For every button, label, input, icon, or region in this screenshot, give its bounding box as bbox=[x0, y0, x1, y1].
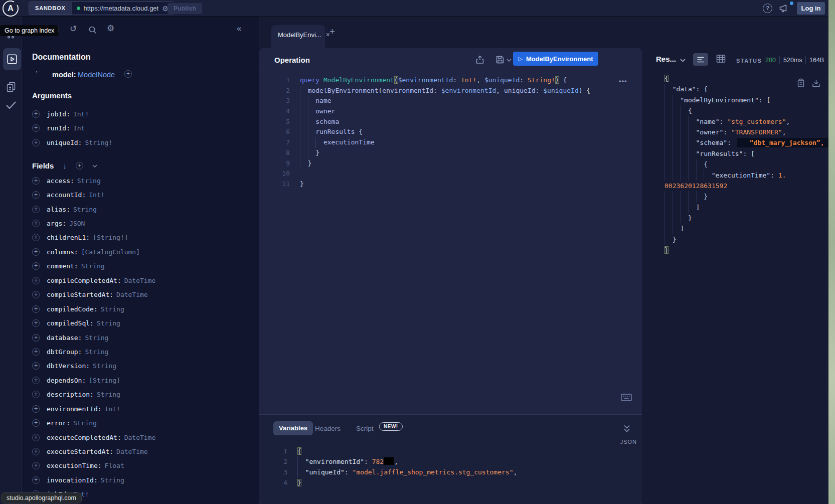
add-field-icon[interactable]: + bbox=[124, 70, 132, 78]
add-to-operation-icon[interactable]: + bbox=[32, 448, 40, 455]
operation-editor[interactable]: 1query ModelByEnvironment($environmentId… bbox=[300, 75, 590, 190]
add-to-operation-icon[interactable]: + bbox=[32, 124, 40, 132]
keyboard-shortcuts-icon[interactable] bbox=[621, 394, 632, 401]
code-line[interactable]: 2modelByEnvironment(environmentId: $envi… bbox=[300, 86, 590, 96]
response-dropdown-chevron-icon[interactable] bbox=[680, 59, 686, 62]
field-type[interactable]: String bbox=[97, 319, 120, 327]
field-type[interactable]: String bbox=[97, 391, 120, 398]
back-arrow-icon[interactable]: ← bbox=[34, 66, 43, 76]
field-type[interactable]: DateTime bbox=[116, 448, 148, 455]
add-to-operation-icon[interactable]: + bbox=[32, 476, 40, 484]
doc-field-row[interactable]: +error:String bbox=[32, 416, 155, 430]
variables-editor[interactable]: 1{2"environmentId": 782,3"uniqueId": "mo… bbox=[297, 446, 517, 488]
add-to-operation-icon[interactable]: + bbox=[32, 110, 40, 118]
code-line[interactable]: 6runResults { bbox=[300, 127, 590, 137]
field-type[interactable]: Int bbox=[73, 124, 85, 132]
field-type[interactable]: String bbox=[77, 177, 101, 185]
code-line[interactable]: 5schema bbox=[300, 117, 590, 127]
field-type[interactable]: DateTime bbox=[124, 277, 156, 284]
add-to-operation-icon[interactable]: + bbox=[32, 291, 40, 298]
field-type[interactable]: String bbox=[93, 362, 116, 370]
code-line[interactable]: 1{ bbox=[297, 446, 517, 456]
code-line[interactable]: 7executionTime bbox=[300, 137, 590, 148]
add-to-operation-icon[interactable]: + bbox=[32, 334, 40, 342]
add-to-operation-icon[interactable]: + bbox=[32, 462, 40, 469]
add-to-operation-icon[interactable]: + bbox=[32, 262, 40, 270]
field-type[interactable]: [String!] bbox=[93, 234, 128, 241]
doc-field-row[interactable]: +compileStartedAt:DateTime bbox=[32, 288, 155, 302]
doc-field-row[interactable]: +columns:[CatalogColumn] bbox=[32, 245, 155, 259]
doc-field-row[interactable]: +description:String bbox=[32, 388, 155, 402]
add-to-operation-icon[interactable]: + bbox=[32, 248, 40, 256]
doc-field-row[interactable]: +dependsOn:[String] bbox=[32, 373, 155, 387]
explorer-nav-item[interactable] bbox=[3, 48, 21, 70]
code-line[interactable]: 2"environmentId": 782, bbox=[297, 456, 517, 467]
add-to-operation-icon[interactable]: + bbox=[32, 348, 40, 356]
tab-headers[interactable]: Headers bbox=[315, 425, 341, 432]
field-type[interactable]: String bbox=[85, 348, 108, 356]
field-type[interactable]: [CatalogColumn] bbox=[81, 248, 140, 256]
doc-field-row[interactable]: +compiledCode:String bbox=[32, 302, 155, 316]
collapse-variables-icon[interactable] bbox=[623, 424, 631, 433]
new-tab-button[interactable]: + bbox=[329, 26, 335, 37]
add-to-operation-icon[interactable]: + bbox=[32, 391, 40, 398]
field-type[interactable]: [String] bbox=[89, 377, 120, 384]
add-to-operation-icon[interactable]: + bbox=[32, 206, 40, 213]
code-line[interactable]: 3"uniqueId": "model.jaffle_shop_metrics.… bbox=[297, 467, 517, 477]
doc-field-type-link[interactable]: ModelNode bbox=[78, 71, 115, 79]
table-view-toggle[interactable] bbox=[716, 54, 726, 63]
code-line[interactable]: 3name bbox=[300, 96, 590, 106]
tab-close-icon[interactable]: × bbox=[326, 31, 330, 39]
doc-field-row[interactable]: +executeStartedAt:DateTime bbox=[32, 444, 155, 458]
add-to-operation-icon[interactable]: + bbox=[32, 377, 40, 384]
apollo-logo[interactable]: A bbox=[3, 1, 19, 17]
checks-nav-item[interactable] bbox=[5, 99, 18, 111]
login-button[interactable]: Log in bbox=[797, 2, 825, 15]
field-type[interactable]: String bbox=[73, 419, 97, 427]
add-to-operation-icon[interactable]: + bbox=[32, 139, 40, 146]
field-type[interactable]: DateTime bbox=[124, 434, 156, 441]
field-type[interactable]: String bbox=[85, 334, 108, 342]
field-type[interactable]: String bbox=[73, 206, 97, 213]
add-to-operation-icon[interactable]: + bbox=[32, 177, 40, 185]
field-type[interactable]: Int! bbox=[73, 110, 89, 118]
field-type[interactable]: String bbox=[101, 476, 124, 484]
doc-field-row[interactable]: +database:String bbox=[32, 330, 155, 345]
add-to-operation-icon[interactable]: + bbox=[32, 220, 40, 227]
add-to-operation-icon[interactable]: + bbox=[32, 362, 40, 370]
field-type[interactable]: DateTime bbox=[116, 291, 148, 298]
settings-gear-icon[interactable]: ⚙ bbox=[107, 23, 114, 34]
field-type[interactable]: Int! bbox=[89, 191, 104, 199]
code-line[interactable]: 9} bbox=[300, 158, 590, 169]
save-operation-icon[interactable] bbox=[495, 55, 505, 64]
schema-nav-item[interactable] bbox=[6, 81, 17, 93]
tab-variables[interactable]: Variables bbox=[273, 421, 313, 435]
code-line[interactable]: 8} bbox=[300, 148, 590, 158]
doc-field-row[interactable]: +alias:String bbox=[32, 202, 155, 216]
code-line[interactable]: 1query ModelByEnvironment($environmentId… bbox=[300, 75, 590, 86]
code-line[interactable]: 4owner bbox=[300, 106, 590, 117]
doc-field-row[interactable]: +environmentId:Int! bbox=[32, 402, 155, 416]
doc-field-row[interactable]: +childrenL1:[String!] bbox=[32, 231, 155, 245]
tab-script[interactable]: Script bbox=[356, 425, 374, 432]
history-icon[interactable]: ↺ bbox=[70, 24, 77, 34]
doc-field-row[interactable]: +compileCompletedAt:DateTime bbox=[32, 273, 155, 287]
search-icon[interactable] bbox=[88, 26, 97, 34]
add-to-operation-icon[interactable]: + bbox=[32, 319, 40, 327]
doc-field-row[interactable]: +runId:Int bbox=[32, 121, 112, 135]
sort-fields-icon[interactable]: ↓ bbox=[63, 161, 67, 170]
doc-field-row[interactable]: +invocationId:String bbox=[32, 473, 155, 487]
doc-field-row[interactable]: +executionTime:Float bbox=[32, 459, 155, 473]
publish-button[interactable]: Publish bbox=[168, 3, 202, 14]
run-operation-button[interactable]: ▷ ModelByEnvironment bbox=[513, 52, 598, 66]
code-line[interactable]: 4} bbox=[297, 477, 517, 488]
endpoint-input[interactable]: https://metadata.cloud.get ⚙ bbox=[72, 2, 173, 15]
doc-field-row[interactable]: +jobId:Int! bbox=[32, 107, 112, 121]
doc-field-row[interactable]: +args:JSON bbox=[32, 216, 155, 230]
add-to-operation-icon[interactable]: + bbox=[32, 405, 40, 413]
endpoint-url[interactable]: https://metadata.cloud.get bbox=[84, 5, 159, 12]
add-all-fields-icon[interactable]: + bbox=[76, 162, 83, 170]
field-type[interactable]: Float bbox=[105, 462, 124, 469]
doc-field-row[interactable]: +accountId:Int! bbox=[32, 188, 155, 202]
save-dropdown-chevron-icon[interactable] bbox=[507, 59, 512, 62]
